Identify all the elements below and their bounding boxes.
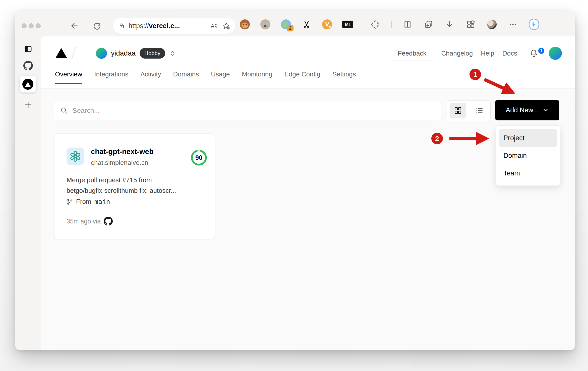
git-branch-icon: [67, 199, 73, 205]
project-tabs: Overview Integrations Activity Domains U…: [55, 70, 356, 88]
vercel-favicon: [22, 79, 33, 90]
refresh-icon: [93, 22, 101, 30]
sidebar-toggle-button[interactable]: [15, 45, 41, 53]
menu-item-team[interactable]: Team: [499, 164, 557, 182]
score-ring: 90: [190, 149, 207, 166]
tab-vercel-active[interactable]: [20, 76, 36, 92]
tab-monitoring[interactable]: Monitoring: [242, 70, 272, 83]
new-tab-button[interactable]: [15, 101, 41, 109]
toolbar-right: [370, 18, 539, 31]
help-link[interactable]: Help: [481, 50, 494, 57]
dashboard-body: Add New... Project Domain Team: [41, 88, 575, 350]
back-button[interactable]: [69, 21, 79, 31]
openai-logo: [67, 148, 84, 165]
plus-icon: [24, 101, 32, 109]
tab-integrations[interactable]: Integrations: [94, 70, 128, 83]
project-card[interactable]: chat-gpt-next-web chat.simplenaive.cn 90…: [54, 133, 215, 239]
downloads-icon[interactable]: [444, 19, 455, 30]
browser-profile-avatar[interactable]: [487, 19, 497, 30]
lock-icon: [119, 22, 125, 29]
monkey-ext-icon[interactable]: [239, 19, 250, 30]
workspaces-icon[interactable]: [465, 19, 476, 30]
extension-badge: 2: [287, 25, 293, 31]
team-avatar: [96, 48, 107, 59]
tab-usage[interactable]: Usage: [211, 70, 230, 83]
docs-link[interactable]: Docs: [502, 50, 517, 57]
add-favorite-icon[interactable]: [222, 22, 230, 30]
team-selector[interactable]: yidadaa Hobby: [96, 46, 176, 61]
breadcrumb-slash: [73, 47, 74, 59]
deployment-meta: 35m ago via: [67, 217, 113, 226]
extension-row: 2 V M↓: [239, 18, 353, 30]
view-toggle: [447, 100, 491, 121]
selector-chevrons-icon: [169, 50, 176, 57]
collections-icon[interactable]: [423, 19, 434, 30]
svg-text:A: A: [211, 23, 214, 29]
extensions-puzzle-icon[interactable]: [370, 19, 381, 30]
bing-chat-icon[interactable]: [529, 19, 539, 30]
commit-message: Merge pull request #715 from betgo/bugfi…: [67, 175, 176, 196]
scissors-ext-icon[interactable]: [301, 19, 312, 30]
sidebar-divider: [18, 95, 38, 95]
plan-badge: Hobby: [140, 48, 165, 59]
read-aloud-icon[interactable]: A: [210, 22, 218, 30]
project-domain[interactable]: chat.simplenaive.cn: [91, 159, 148, 167]
markdown-ext-icon[interactable]: M↓: [342, 19, 353, 30]
split-screen-icon[interactable]: [402, 19, 413, 30]
menu-item-domain[interactable]: Domain: [499, 147, 557, 164]
sloth-ext-icon[interactable]: [260, 19, 271, 30]
score-value: 90: [195, 154, 202, 161]
desktop: https://vercel.c... A 2 V M↓: [0, 0, 588, 371]
project-name[interactable]: chat-gpt-next-web: [91, 148, 154, 156]
tab-github[interactable]: [15, 61, 41, 70]
browser-toolbar: https://vercel.c... A 2 V M↓: [15, 11, 575, 36]
github-icon: [23, 61, 33, 70]
add-new-button[interactable]: Add New...: [495, 100, 559, 120]
search-input[interactable]: [73, 107, 424, 115]
header-actions: Feedback Changelog Help Docs 1: [391, 45, 562, 61]
more-menu-icon[interactable]: [508, 19, 518, 30]
grid-icon: [454, 107, 462, 115]
toolbar-separator: [391, 21, 392, 28]
zoom-window-button[interactable]: [36, 23, 41, 28]
url-text: https://vercel.c...: [129, 22, 180, 30]
circles-ext-icon[interactable]: 2: [280, 19, 291, 30]
branch-name: main: [94, 198, 110, 206]
refresh-button[interactable]: [92, 21, 102, 31]
web-content: yidadaa Hobby Feedback Changelog Help Do…: [41, 36, 575, 350]
sidebar-panel-icon: [24, 45, 32, 53]
branch-row: From main: [67, 198, 110, 206]
tab-domains[interactable]: Domains: [173, 70, 199, 83]
minimize-window-button[interactable]: [29, 23, 34, 28]
notifications-button[interactable]: 1: [529, 48, 541, 58]
notification-count-badge: 1: [538, 47, 545, 54]
search-box: [54, 101, 441, 120]
add-new-dropdown: Project Domain Team: [496, 125, 560, 186]
tab-overview[interactable]: Overview: [55, 70, 82, 84]
vertical-tab-sidebar: [15, 36, 41, 350]
v-ext-icon[interactable]: V: [322, 19, 333, 30]
browser-window: https://vercel.c... A 2 V M↓: [15, 11, 575, 350]
vercel-logo[interactable]: [55, 48, 67, 58]
tab-activity[interactable]: Activity: [140, 70, 161, 83]
back-arrow-icon: [70, 21, 79, 30]
github-source-icon: [104, 217, 113, 226]
add-new-label: Add New...: [506, 106, 539, 114]
chevron-down-icon: [543, 107, 549, 113]
tab-edge-config[interactable]: Edge Config: [284, 70, 320, 83]
menu-item-project[interactable]: Project: [499, 129, 557, 147]
grid-view-button[interactable]: [450, 103, 466, 118]
bell-icon: [529, 48, 538, 58]
feedback-button[interactable]: Feedback: [391, 46, 433, 61]
list-icon: [475, 107, 483, 115]
vercel-header: yidadaa Hobby Feedback Changelog Help Do…: [41, 36, 575, 70]
branch-label: From: [76, 198, 91, 206]
user-avatar[interactable]: [549, 47, 562, 60]
tab-settings[interactable]: Settings: [332, 70, 356, 83]
team-name: yidadaa: [111, 49, 136, 57]
changelog-link[interactable]: Changelog: [441, 50, 473, 57]
address-bar[interactable]: https://vercel.c... A: [113, 18, 235, 34]
search-icon: [60, 107, 68, 115]
list-view-button[interactable]: [471, 103, 487, 118]
close-window-button[interactable]: [22, 23, 27, 28]
